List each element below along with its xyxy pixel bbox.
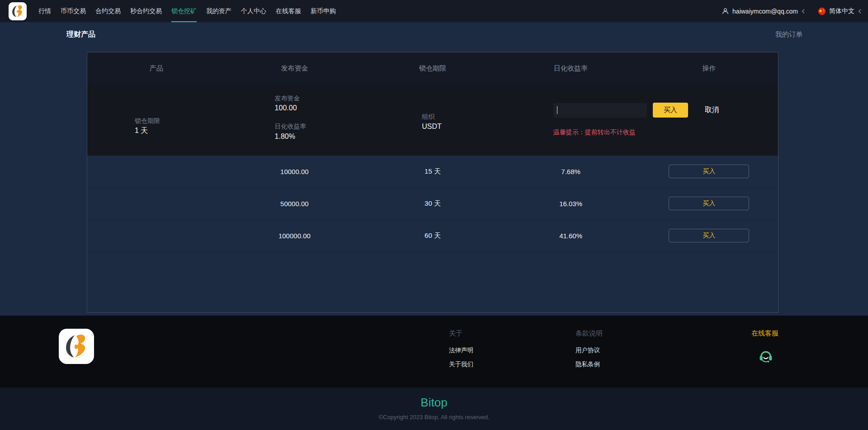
- user-icon: [722, 7, 729, 15]
- expanded-lock-period: 锁仓期限 1 天: [87, 85, 226, 156]
- nav-item-new-coin[interactable]: 新币申购: [311, 0, 336, 22]
- row-funds: 50000.00: [226, 200, 364, 208]
- footer-about-title: 关于: [449, 329, 473, 338]
- row-rate: 7.68%: [502, 168, 640, 175]
- row-period: 15 天: [363, 167, 502, 176]
- header-product: 产品: [87, 64, 226, 73]
- bitop-footer-logo-icon: [59, 329, 94, 364]
- row-rate: 41.60%: [502, 232, 640, 240]
- publish-funds-value: 100.00: [275, 103, 364, 113]
- footer: 关于 法律声明 关于我们 条款说明 用户协议 隐私条例 在线客服: [0, 316, 868, 387]
- daily-rate-label: 日化收益率: [275, 122, 364, 131]
- header-published-funds: 发布资金: [226, 64, 364, 73]
- org-value: USDT: [422, 121, 502, 132]
- footer-terms-title: 条款说明: [576, 329, 603, 338]
- main-nav: 行情 币币交易 合约交易 秒合约交易 锁仓挖矿 我的资产 个人中心 在线客服 新…: [38, 0, 336, 22]
- page-title: 理财产品: [66, 30, 95, 39]
- nav-item-personal-center[interactable]: 个人中心: [241, 0, 266, 22]
- cancel-button[interactable]: 取消: [705, 105, 719, 115]
- nav-item-second-contract[interactable]: 秒合约交易: [130, 0, 162, 22]
- lock-period-value: 1 天: [135, 125, 226, 136]
- row-buy-button[interactable]: 买入: [669, 229, 749, 242]
- chevron-left-icon: [801, 9, 805, 14]
- page-head: 理财产品 我的订单: [66, 30, 802, 39]
- nav-item-online-support[interactable]: 在线客服: [276, 0, 301, 22]
- account-email: haiwaiymcom@qq.com: [732, 8, 798, 15]
- amount-input[interactable]: [553, 103, 647, 118]
- text-caret: [557, 106, 558, 114]
- footer-about-column: 关于 法律声明 关于我们: [449, 329, 473, 374]
- account-menu[interactable]: haiwaiymcom@qq.com: [722, 7, 805, 15]
- lock-period-label: 锁仓期限: [135, 116, 226, 125]
- table-row[interactable]: 100000.00 60 天 41.60% 买入: [87, 220, 778, 252]
- brand-name: Bitop: [0, 387, 868, 410]
- expanded-product-row: 锁仓期限 1 天 发布资金 100.00 日化收益率 1.80% 组织 USDT: [87, 85, 778, 156]
- nav-item-contract-trade[interactable]: 合约交易: [95, 0, 121, 22]
- publish-funds-label: 发布资金: [275, 94, 364, 103]
- footer-link-user-agreement[interactable]: 用户协议: [576, 346, 603, 354]
- expanded-org: 组织 USDT: [363, 85, 502, 156]
- row-rate: 16.03%: [502, 200, 640, 208]
- header-lock-period: 锁仓期限: [363, 64, 502, 73]
- table-row[interactable]: 50000.00 30 天 16.03% 买入: [87, 188, 778, 220]
- header-action: 操作: [640, 64, 778, 73]
- footer-link-legal[interactable]: 法律声明: [449, 346, 473, 354]
- footer-bottom: Bitop ©Copyright 2023 Bitop. All rights …: [0, 387, 868, 430]
- footer-link-about-us[interactable]: 关于我们: [449, 360, 473, 369]
- china-flag-icon: [818, 7, 826, 15]
- early-exit-warning: 温馨提示：提前转出不计收益: [553, 128, 778, 137]
- nav-item-spot-trade[interactable]: 币币交易: [61, 0, 86, 22]
- table-row[interactable]: 10000.00 15 天 7.68% 买入: [87, 156, 778, 188]
- footer-link-privacy[interactable]: 隐私条例: [576, 360, 603, 369]
- row-buy-button[interactable]: 买入: [669, 165, 749, 178]
- app-window: 行情 币币交易 合约交易 秒合约交易 锁仓挖矿 我的资产 个人中心 在线客服 新…: [0, 0, 868, 430]
- nav-item-market[interactable]: 行情: [38, 0, 51, 22]
- row-funds: 100000.00: [226, 232, 364, 240]
- nav-right: haiwaiymcom@qq.com 简体中文: [722, 7, 862, 15]
- copyright-text: ©Copyright 2023 Bitop. All rights reserv…: [0, 414, 868, 421]
- buy-button[interactable]: 买入: [653, 103, 688, 118]
- language-label: 简体中文: [829, 7, 854, 15]
- headset-icon[interactable]: [757, 347, 774, 364]
- daily-rate-value: 1.80%: [275, 131, 364, 142]
- nav-item-my-assets[interactable]: 我的资产: [206, 0, 231, 22]
- products-table: 产品 发布资金 锁仓期限 日化收益率 操作 锁仓期限 1 天 发布资金 100.…: [87, 52, 778, 313]
- footer-terms-column: 条款说明 用户协议 隐私条例: [576, 329, 603, 374]
- footer-support: 在线客服: [751, 329, 778, 366]
- expanded-funds-rate: 发布资金 100.00 日化收益率 1.80%: [226, 85, 364, 156]
- row-period: 30 天: [363, 199, 502, 208]
- table-header-row: 产品 发布资金 锁仓期限 日化收益率 操作: [87, 52, 778, 85]
- online-support-link[interactable]: 在线客服: [751, 329, 778, 338]
- expanded-actions: 买入 取消 温馨提示：提前转出不计收益: [502, 85, 778, 156]
- my-orders-link[interactable]: 我的订单: [775, 30, 802, 39]
- bitop-logo-icon[interactable]: [9, 2, 27, 20]
- org-label: 组织: [422, 112, 502, 121]
- language-selector[interactable]: 简体中文: [818, 7, 862, 15]
- nav-item-lock-mining[interactable]: 锁仓挖矿: [171, 0, 197, 22]
- row-funds: 10000.00: [226, 168, 364, 175]
- top-nav: 行情 币币交易 合约交易 秒合约交易 锁仓挖矿 我的资产 个人中心 在线客服 新…: [0, 0, 868, 22]
- header-daily-rate: 日化收益率: [502, 64, 640, 73]
- chevron-left-icon: [858, 9, 862, 14]
- row-buy-button[interactable]: 买入: [669, 197, 749, 210]
- row-period: 60 天: [363, 232, 502, 240]
